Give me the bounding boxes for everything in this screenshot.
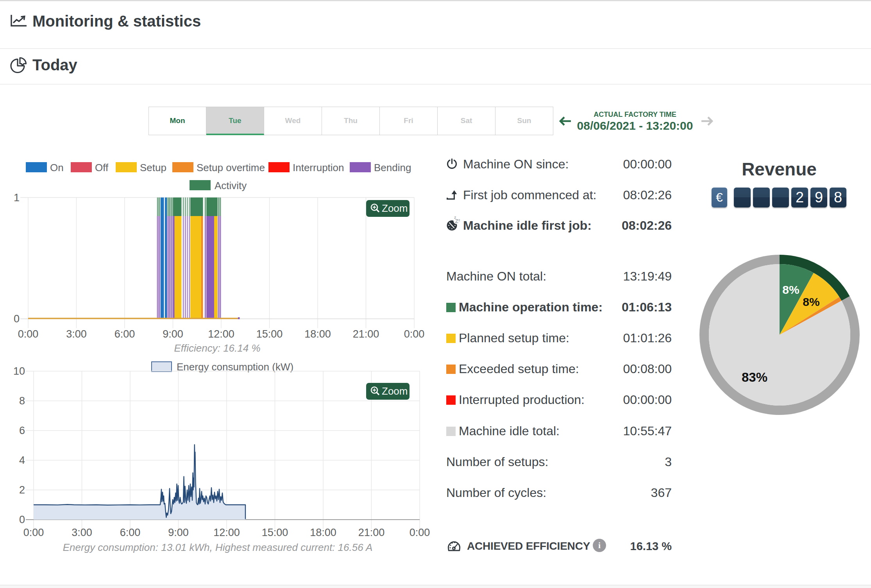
svg-text:1: 1: [14, 192, 20, 204]
svg-text:83%: 83%: [742, 370, 767, 384]
svg-text:z: z: [458, 218, 460, 222]
svg-text:18:00: 18:00: [304, 328, 331, 340]
svg-text:0:00: 0:00: [23, 527, 44, 538]
svg-text:15:00: 15:00: [262, 527, 288, 538]
svg-text:9:00: 9:00: [168, 527, 189, 538]
svg-text:15:00: 15:00: [256, 328, 283, 340]
svg-text:9:00: 9:00: [163, 328, 183, 340]
svg-text:6:00: 6:00: [114, 328, 135, 340]
svg-text:0:00: 0:00: [18, 328, 39, 340]
svg-text:21:00: 21:00: [353, 328, 379, 340]
svg-text:2: 2: [19, 484, 25, 496]
svg-text:6: 6: [19, 425, 25, 436]
svg-text:10: 10: [13, 367, 25, 377]
svg-text:0:00: 0:00: [410, 527, 430, 538]
svg-text:18:00: 18:00: [310, 527, 336, 538]
svg-text:0:00: 0:00: [404, 328, 425, 340]
svg-text:4: 4: [19, 454, 25, 466]
svg-text:6:00: 6:00: [120, 527, 141, 538]
svg-text:3:00: 3:00: [66, 328, 87, 340]
svg-text:12:00: 12:00: [208, 328, 234, 340]
svg-text:8: 8: [19, 395, 25, 407]
svg-text:3:00: 3:00: [72, 527, 92, 538]
svg-text:8%: 8%: [803, 295, 819, 308]
svg-text:Zoom: Zoom: [382, 385, 408, 397]
svg-text:0: 0: [14, 313, 20, 325]
svg-text:8%: 8%: [782, 283, 799, 296]
svg-text:21:00: 21:00: [358, 527, 385, 538]
svg-text:0: 0: [19, 514, 25, 525]
svg-text:Zoom: Zoom: [382, 202, 408, 214]
svg-text:12:00: 12:00: [213, 527, 240, 538]
